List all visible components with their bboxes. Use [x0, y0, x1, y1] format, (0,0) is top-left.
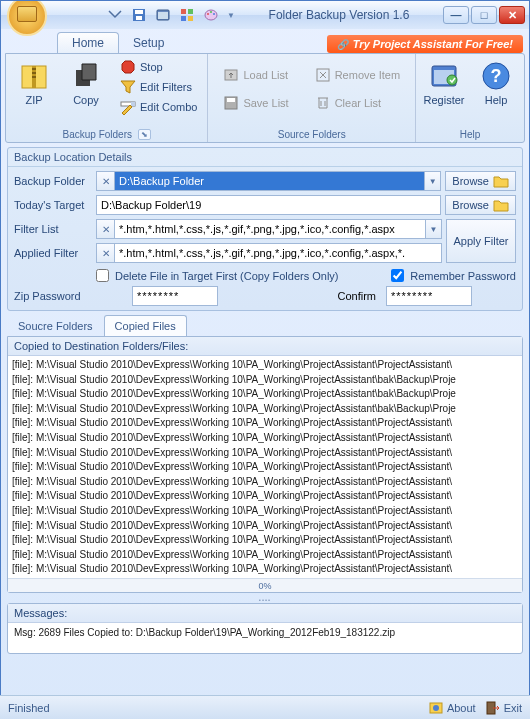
- list-item[interactable]: [file]: M:\Visual Studio 2010\DevExpress…: [12, 562, 518, 577]
- about-button[interactable]: About: [429, 701, 476, 715]
- backup-folder-clear[interactable]: ✕: [96, 171, 114, 191]
- sub-tabs: Soucre Folders Copied Files: [7, 315, 523, 336]
- quick-access-toolbar: ▼: [107, 7, 235, 23]
- list-item[interactable]: [file]: M:\Visual Studio 2010\DevExpress…: [12, 387, 518, 402]
- copied-files-list[interactable]: [file]: M:\Visual Studio 2010\DevExpress…: [8, 356, 522, 578]
- todays-target-input[interactable]: [96, 195, 441, 215]
- svg-point-12: [213, 13, 215, 15]
- register-icon: [428, 60, 460, 92]
- list-item[interactable]: [file]: M:\Visual Studio 2010\DevExpress…: [12, 548, 518, 563]
- qat-windows-icon[interactable]: [179, 7, 195, 23]
- svg-text:?: ?: [491, 66, 502, 86]
- list-item[interactable]: [file]: M:\Visual Studio 2010\DevExpress…: [12, 446, 518, 461]
- list-item[interactable]: [file]: M:\Visual Studio 2010\DevExpress…: [12, 460, 518, 475]
- copied-files-header: Copied to Destination Folders/Files:: [8, 337, 522, 356]
- applied-filter-input[interactable]: [114, 243, 442, 263]
- qat-run-icon[interactable]: [155, 7, 171, 23]
- edit-filters-button[interactable]: Edit Filters: [116, 78, 201, 96]
- list-item[interactable]: [file]: M:\Visual Studio 2010\DevExpress…: [12, 358, 518, 373]
- save-list-button[interactable]: Save List: [219, 94, 292, 112]
- status-text: Finished: [8, 702, 50, 714]
- ribbon-body: ZIP Copy Stop Edit Filters Edit Combo: [5, 53, 525, 143]
- qat-palette-icon[interactable]: [203, 7, 219, 23]
- backup-details-header: Backup Location Details: [8, 148, 522, 167]
- close-button[interactable]: ✕: [499, 6, 525, 24]
- minimize-button[interactable]: —: [443, 6, 469, 24]
- todays-target-label: Today's Target: [14, 199, 92, 211]
- progress-bar: 0%: [8, 578, 522, 592]
- svg-rect-4: [158, 12, 168, 19]
- list-item[interactable]: [file]: M:\Visual Studio 2010\DevExpress…: [12, 373, 518, 388]
- help-button[interactable]: ? Help: [474, 58, 518, 127]
- tab-source-folders[interactable]: Soucre Folders: [7, 315, 104, 336]
- list-item[interactable]: [file]: M:\Visual Studio 2010\DevExpress…: [12, 504, 518, 519]
- title-bar: ▼ Folder Backup Version 1.6 — □ ✕: [1, 1, 529, 29]
- maximize-button[interactable]: □: [471, 6, 497, 24]
- register-button[interactable]: Register: [422, 58, 466, 127]
- filter-list-input[interactable]: [114, 219, 426, 239]
- exit-icon: [486, 701, 500, 715]
- svg-rect-5: [181, 9, 186, 14]
- stop-button[interactable]: Stop: [116, 58, 201, 76]
- tab-home[interactable]: Home: [57, 32, 119, 53]
- svg-rect-15: [32, 68, 36, 70]
- list-item[interactable]: [file]: M:\Visual Studio 2010\DevExpress…: [12, 402, 518, 417]
- remember-password-checkbox[interactable]: Remember Password: [391, 269, 516, 282]
- qat-save-icon[interactable]: [131, 7, 147, 23]
- list-item[interactable]: [file]: M:\Visual Studio 2010\DevExpress…: [12, 489, 518, 504]
- folder-icon: [493, 198, 509, 212]
- remove-item-button[interactable]: Remove Item: [311, 66, 404, 84]
- ribbon-tabs: Home Setup Try Project Assistant For Fre…: [1, 29, 529, 53]
- svg-rect-7: [181, 16, 186, 21]
- zip-button[interactable]: ZIP: [12, 58, 56, 127]
- copy-icon: [70, 60, 102, 92]
- svg-point-10: [207, 13, 209, 15]
- apply-filter-button[interactable]: Apply Filter: [446, 219, 516, 263]
- help-icon: ?: [480, 60, 512, 92]
- backup-folder-input[interactable]: [114, 171, 425, 191]
- exit-button[interactable]: Exit: [486, 701, 522, 715]
- messages-header: Messages:: [8, 604, 522, 623]
- clear-list-icon: [315, 95, 331, 111]
- tab-copied-files[interactable]: Copied Files: [104, 315, 187, 336]
- list-item[interactable]: [file]: M:\Visual Studio 2010\DevExpress…: [12, 416, 518, 431]
- remove-item-icon: [315, 67, 331, 83]
- filter-list-clear[interactable]: ✕: [96, 219, 114, 239]
- delete-first-checkbox[interactable]: Delete File in Target First (Copy Folder…: [96, 269, 339, 282]
- edit-filters-icon: [120, 79, 136, 95]
- qat-arrow-icon[interactable]: [107, 7, 123, 23]
- todays-target-browse[interactable]: Browse: [445, 195, 516, 215]
- backup-folder-browse[interactable]: Browse: [445, 171, 516, 191]
- ribbon-group-help: Register ? Help Help: [416, 54, 524, 142]
- copy-button[interactable]: Copy: [64, 58, 108, 127]
- filter-list-dropdown[interactable]: ▼: [426, 219, 442, 239]
- promo-banner[interactable]: Try Project Assistant For Free!: [327, 35, 523, 53]
- edit-combo-icon: [120, 99, 136, 115]
- confirm-label: Confirm: [222, 290, 382, 302]
- clear-list-button[interactable]: Clear List: [311, 94, 404, 112]
- tab-setup[interactable]: Setup: [119, 33, 178, 53]
- svg-rect-16: [32, 72, 36, 74]
- list-item[interactable]: [file]: M:\Visual Studio 2010\DevExpress…: [12, 475, 518, 490]
- svg-rect-6: [188, 9, 193, 14]
- list-item[interactable]: [file]: M:\Visual Studio 2010\DevExpress…: [12, 519, 518, 534]
- backup-group-launcher[interactable]: ⬊: [138, 129, 151, 140]
- save-list-icon: [223, 95, 239, 111]
- applied-filter-label: Applied Filter: [14, 247, 92, 259]
- backup-details-panel: Backup Location Details Backup Folder ✕ …: [7, 147, 523, 311]
- svg-marker-18: [122, 61, 134, 73]
- svg-rect-17: [32, 76, 36, 78]
- stop-icon: [120, 59, 136, 75]
- messages-text: Msg: 2689 Files Copied to: D:\Backup Fol…: [8, 623, 522, 653]
- list-item[interactable]: [file]: M:\Visual Studio 2010\DevExpress…: [12, 533, 518, 548]
- svg-rect-1: [135, 10, 143, 14]
- list-item[interactable]: [file]: M:\Visual Studio 2010\DevExpress…: [12, 431, 518, 446]
- confirm-password-input[interactable]: [386, 286, 472, 306]
- zip-password-label: Zip Password: [14, 290, 92, 302]
- backup-folder-label: Backup Folder: [14, 175, 92, 187]
- applied-filter-clear[interactable]: ✕: [96, 243, 114, 263]
- load-list-button[interactable]: Load List: [219, 66, 292, 84]
- backup-folder-dropdown[interactable]: ▼: [425, 171, 441, 191]
- zip-password-input[interactable]: [132, 286, 218, 306]
- edit-combo-button[interactable]: Edit Combo: [116, 98, 201, 116]
